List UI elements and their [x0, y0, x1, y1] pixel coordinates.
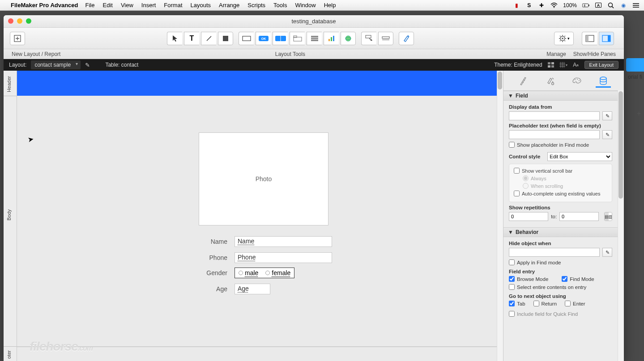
window-close-button[interactable] — [8, 18, 13, 24]
inspector-scroll-thumb[interactable] — [618, 91, 623, 199]
browse-mode-checkbox[interactable] — [509, 276, 515, 282]
age-label: Age — [204, 285, 227, 293]
part-label-footer[interactable]: oter — [6, 350, 12, 359]
placeholder-input[interactable] — [509, 130, 600, 139]
layout-select[interactable]: contact sample — [31, 60, 81, 69]
menuextra-a-icon[interactable]: A — [595, 2, 602, 9]
canvas-scroll-thumb[interactable] — [498, 72, 502, 89]
menu-insert[interactable]: Insert — [141, 2, 156, 8]
battery-percent: 100% — [563, 2, 577, 8]
hide-when-edit-button[interactable]: ✎ — [602, 248, 612, 257]
menu-edit[interactable]: Edit — [102, 2, 112, 8]
inspector-tab-data[interactable] — [596, 75, 611, 88]
inspector-tab-appearance[interactable] — [569, 75, 584, 88]
menu-file[interactable]: File — [85, 2, 95, 8]
menu-arrange[interactable]: Arrange — [219, 2, 239, 8]
phone-field[interactable]: Phone — [235, 252, 332, 263]
control-style-select[interactable]: Edit Box — [547, 152, 612, 161]
text-format-icon[interactable]: Aa — [572, 61, 580, 69]
part-rulers: Header Body oter — [4, 71, 17, 361]
menuextra-icon-1[interactable]: ▮ — [513, 2, 520, 9]
menuextra-icon-2[interactable]: S — [525, 2, 533, 9]
button-tool[interactable]: OK — [256, 32, 271, 45]
new-layout-button[interactable] — [10, 32, 25, 45]
placeholder-edit-button[interactable]: ✎ — [602, 130, 612, 139]
part-divider-1[interactable] — [4, 96, 17, 96]
menu-layouts[interactable]: Layouts — [191, 2, 211, 8]
photo-field[interactable]: Photo — [199, 132, 328, 225]
app-name[interactable]: FileMaker Pro Advanced — [11, 2, 78, 8]
manage-button[interactable]: ▾ — [554, 32, 574, 45]
buttonbar-tool[interactable] — [273, 32, 288, 45]
rep-orientation-toggle[interactable]: ▤▥ — [604, 212, 612, 221]
return-checkbox[interactable] — [533, 301, 539, 306]
chart-tool[interactable] — [324, 32, 339, 45]
format-painter-tool[interactable] — [399, 32, 414, 45]
menu-window[interactable]: Window — [295, 2, 316, 8]
field-tool[interactable] — [239, 32, 254, 45]
inspector-scrollbar[interactable] — [618, 90, 624, 361]
inspector-tab-styles[interactable] — [543, 75, 558, 88]
gender-field[interactable]: male female — [235, 268, 294, 278]
edit-layout-name-icon[interactable]: ✎ — [85, 62, 90, 68]
body-part[interactable]: ➤ Photo Name Name Phone Phone Gender mal… — [17, 96, 503, 346]
section-field[interactable]: ▼Field — [503, 91, 618, 101]
menu-help[interactable]: Help — [324, 2, 336, 8]
inspector-tab-position[interactable] — [516, 75, 532, 88]
label-hide-when: Hide object when — [509, 241, 612, 246]
toggle-right-pane[interactable] — [599, 32, 614, 45]
header-part[interactable] — [17, 71, 503, 96]
layout-canvas[interactable]: ➤ Photo Name Name Phone Phone Gender mal… — [17, 71, 503, 361]
rep-from-input[interactable] — [509, 212, 548, 221]
battery-icon[interactable] — [582, 2, 589, 9]
show-vscroll-checkbox[interactable] — [514, 168, 520, 174]
svg-rect-47 — [548, 65, 550, 68]
toggle-left-pane[interactable] — [582, 32, 597, 45]
autocomplete-checkbox[interactable] — [514, 191, 520, 196]
theme-picker-icon[interactable] — [547, 61, 555, 69]
window-titlebar: testing_database — [4, 15, 624, 28]
exit-layout-button[interactable]: Exit Layout — [584, 61, 618, 69]
selection-tool[interactable] — [167, 32, 182, 45]
enter-checkbox[interactable] — [565, 301, 571, 306]
rep-to-input[interactable] — [559, 212, 599, 221]
part-divider-2[interactable] — [4, 346, 17, 347]
find-mode-checkbox[interactable] — [562, 276, 567, 282]
hide-when-input[interactable] — [509, 248, 600, 257]
menu-view[interactable]: View — [121, 2, 133, 8]
line-tool[interactable] — [201, 32, 216, 45]
section-behavior[interactable]: ▼Behavior — [503, 227, 618, 237]
menuextra-icon-3[interactable]: ✚ — [538, 2, 545, 9]
window-zoom-button[interactable] — [26, 18, 31, 24]
select-entire-checkbox[interactable] — [509, 284, 515, 290]
window-minimize-button[interactable] — [17, 18, 22, 24]
grid-icon[interactable]: ▾ — [559, 61, 567, 69]
tab-tool[interactable] — [290, 32, 305, 45]
menu-format[interactable]: Format — [164, 2, 182, 8]
canvas-scrollbar[interactable] — [497, 71, 503, 361]
svg-rect-46 — [551, 62, 554, 64]
tab-checkbox[interactable] — [509, 301, 515, 306]
menu-tools[interactable]: Tools — [273, 2, 287, 8]
portal-tool[interactable] — [307, 32, 322, 45]
show-placeholder-find-checkbox[interactable] — [509, 142, 515, 148]
text-tool[interactable]: T — [184, 32, 199, 45]
menuextra-globe-icon[interactable]: ◉ — [620, 2, 627, 9]
notification-center-icon[interactable] — [632, 2, 640, 9]
field-picker-tool[interactable] — [361, 32, 376, 45]
spotlight-icon[interactable] — [607, 2, 614, 9]
menu-scripts[interactable]: Scripts — [247, 2, 265, 8]
quickfind-checkbox[interactable] — [509, 311, 515, 317]
age-field[interactable]: Age — [235, 284, 270, 294]
part-label-body[interactable]: Body — [6, 209, 12, 221]
apply-find-checkbox[interactable] — [509, 259, 515, 265]
name-field[interactable]: Name — [235, 236, 332, 247]
display-from-edit-button[interactable]: ✎ — [602, 111, 612, 120]
wifi-icon[interactable] — [550, 2, 558, 9]
display-from-input[interactable] — [509, 111, 600, 120]
webviewer-tool[interactable] — [341, 32, 356, 45]
rect-tool[interactable] — [218, 32, 233, 45]
part-label-header[interactable]: Header — [6, 76, 12, 92]
part-tool[interactable] — [378, 32, 393, 45]
svg-point-57 — [551, 82, 554, 85]
